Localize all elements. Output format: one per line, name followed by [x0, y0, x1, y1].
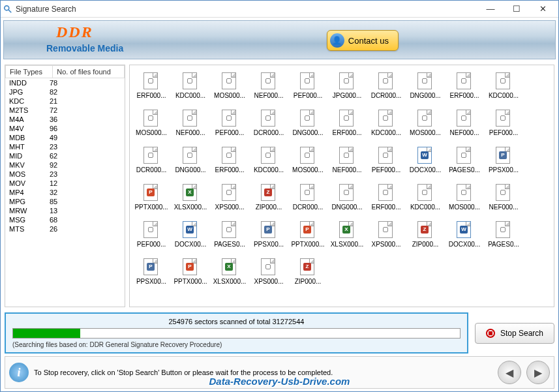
file-item[interactable]: ZZIP000...	[250, 179, 288, 215]
file-name: XPS000...	[368, 241, 404, 248]
table-row[interactable]: MOS23	[5, 170, 125, 179]
prev-button[interactable]: ◀	[498, 361, 521, 384]
file-name: KDC000...	[485, 92, 522, 99]
col-file-types[interactable]: File Types	[6, 66, 53, 78]
table-row[interactable]: MP432	[5, 188, 125, 197]
file-item[interactable]: KDC000...	[406, 179, 444, 215]
table-row[interactable]: MRW13	[5, 206, 125, 215]
file-item[interactable]: PEF000...	[132, 217, 170, 252]
file-item[interactable]: NEF000...	[485, 179, 522, 215]
file-name: PEF000...	[133, 241, 170, 248]
file-item[interactable]: PAGES0...	[485, 217, 522, 252]
table-row[interactable]: MSG68	[5, 215, 125, 224]
file-item[interactable]: PPPSX00...	[132, 254, 170, 290]
next-button[interactable]: ▶	[526, 361, 550, 384]
contact-us-button[interactable]: 👤 Contact us	[327, 30, 399, 51]
file-item[interactable]: DNG000...	[328, 179, 366, 215]
table-row[interactable]: MOV12	[5, 179, 125, 188]
table-row[interactable]: M2TS72	[5, 106, 125, 115]
file-item[interactable]: XXLSX000...	[211, 254, 249, 290]
file-item[interactable]: PPPSX00...	[250, 217, 288, 252]
file-item[interactable]: MOS000...	[446, 179, 483, 215]
file-item[interactable]: JPG000...	[328, 68, 366, 104]
progress-fill	[13, 329, 80, 338]
file-item[interactable]: ERF000...	[367, 179, 405, 215]
file-name: XPS000...	[250, 278, 287, 285]
file-item[interactable]: XPS000...	[367, 217, 405, 252]
table-row[interactable]: MHT23	[5, 142, 125, 151]
file-name: KDC000...	[172, 92, 209, 99]
svg-line-1	[8, 9, 11, 12]
file-item[interactable]: ERF000...	[211, 142, 249, 178]
table-row[interactable]: MPG85	[5, 197, 125, 206]
stop-search-button[interactable]: Stop Search	[475, 323, 554, 344]
file-item[interactable]: DCR000...	[367, 68, 405, 104]
file-item[interactable]: XXLSX000...	[328, 217, 366, 252]
file-item[interactable]: PEF000...	[485, 105, 522, 141]
file-item[interactable]: NEF000...	[328, 142, 366, 178]
table-row[interactable]: MID62	[5, 151, 125, 160]
table-row[interactable]: MKV92	[5, 160, 125, 170]
table-row[interactable]: MTS26	[5, 224, 125, 234]
file-item[interactable]: MOS000...	[289, 142, 327, 178]
file-item[interactable]: ZZIP000...	[406, 217, 444, 252]
file-item[interactable]: PEF000...	[367, 142, 405, 178]
file-item[interactable]: MOS000...	[211, 68, 249, 104]
table-row[interactable]: M4A36	[5, 115, 125, 124]
file-item[interactable]: ERF000...	[132, 68, 170, 104]
file-item[interactable]: NEF000...	[446, 105, 483, 141]
maximize-button[interactable]: ☐	[504, 3, 530, 16]
file-name: DOCX00...	[172, 241, 209, 248]
table-row[interactable]: KDC21	[5, 97, 125, 106]
file-item[interactable]: DCR000...	[250, 105, 288, 141]
file-item[interactable]: DCR000...	[132, 142, 170, 178]
file-item[interactable]: XXLSX000...	[172, 179, 209, 215]
file-types-list[interactable]: INDD78JPG82KDC21M2TS72M4A36M4V96MDB49MHT…	[5, 78, 125, 307]
file-item[interactable]: ZZIP000...	[289, 254, 327, 290]
file-item[interactable]: DNG000...	[172, 142, 209, 178]
file-icon: Z	[261, 184, 277, 202]
file-icon	[261, 72, 277, 91]
file-item[interactable]: PEF000...	[211, 105, 249, 141]
file-icon: W	[183, 221, 198, 239]
file-item[interactable]: WDOCX00...	[446, 217, 483, 252]
file-item[interactable]: DNG000...	[289, 105, 327, 141]
file-item[interactable]: MOS000...	[406, 105, 444, 141]
file-item[interactable]: ERF000...	[328, 105, 366, 141]
minimize-button[interactable]: —	[477, 3, 504, 16]
col-files-found[interactable]: No. of files found	[53, 66, 125, 78]
file-name: DOCX00...	[407, 166, 444, 173]
file-item[interactable]: PAGES0...	[446, 142, 483, 178]
file-name: XLSX000...	[211, 278, 248, 285]
file-item[interactable]: PPPTX000...	[172, 254, 209, 290]
file-item[interactable]: NEF000...	[172, 105, 209, 141]
file-item[interactable]: KDC000...	[250, 142, 288, 178]
table-row[interactable]: M4V96	[5, 124, 125, 133]
file-item[interactable]: WDOCX00...	[172, 217, 209, 252]
file-item[interactable]: MOS000...	[132, 105, 170, 141]
file-item[interactable]: PPPTX000...	[289, 217, 327, 252]
file-item[interactable]: WDOCX00...	[406, 142, 444, 178]
file-name: PEF000...	[290, 92, 326, 99]
table-row[interactable]: INDD78	[5, 78, 125, 87]
file-item[interactable]: KDC000...	[172, 68, 209, 104]
file-item[interactable]: PEF000...	[289, 68, 327, 104]
table-row[interactable]: JPG82	[5, 87, 125, 97]
close-button[interactable]: ✕	[530, 3, 556, 16]
file-item[interactable]: KDC000...	[367, 105, 405, 141]
file-item[interactable]: PPPSX00...	[485, 142, 522, 178]
table-row[interactable]: MDB49	[5, 133, 125, 142]
file-item[interactable]: DCR000...	[289, 179, 327, 215]
file-item[interactable]: DNG000...	[406, 68, 444, 104]
progress-bar	[12, 328, 461, 339]
file-item[interactable]: XPS000...	[211, 179, 249, 215]
banner: DDR Removable Media 👤 Contact us	[3, 20, 556, 59]
file-item[interactable]: KDC000...	[485, 68, 522, 104]
files-grid-panel[interactable]: ERF000...KDC000...MOS000...NEF000...PEF0…	[129, 65, 554, 307]
file-item[interactable]: PAGES0...	[211, 217, 249, 252]
stop-label: Stop Search	[500, 329, 543, 338]
file-item[interactable]: NEF000...	[250, 68, 288, 104]
file-item[interactable]: PPPTX000...	[132, 179, 170, 215]
file-item[interactable]: ERF000...	[446, 68, 483, 104]
file-item[interactable]: XPS000...	[250, 254, 288, 290]
